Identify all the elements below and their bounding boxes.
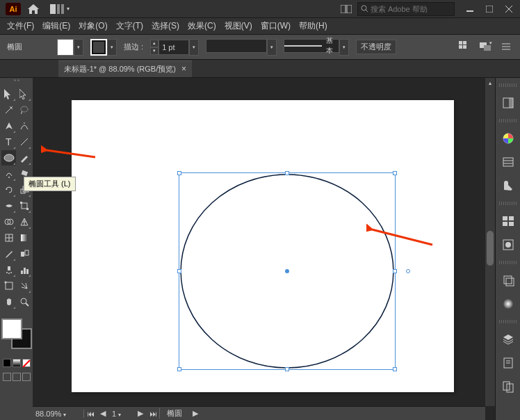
color-panel-icon[interactable] xyxy=(499,129,517,147)
fill-color-swatch[interactable] xyxy=(57,39,74,56)
fill-color-large[interactable] xyxy=(1,318,22,339)
selection-bounding-box[interactable] xyxy=(179,172,396,370)
artboard-number[interactable]: 1 ▾ xyxy=(109,410,134,418)
zoom-level[interactable]: 88.09% ▾ xyxy=(33,410,84,418)
draw-behind[interactable] xyxy=(13,373,21,381)
selection-tool[interactable] xyxy=(1,86,16,102)
curvature-tool[interactable] xyxy=(17,118,31,134)
arrange-docs-icon[interactable] xyxy=(341,5,352,13)
home-button[interactable] xyxy=(25,1,42,17)
menu-view[interactable]: 视图(V) xyxy=(220,18,257,34)
lasso-tool[interactable] xyxy=(17,102,31,118)
brush-dropdown[interactable]: ▾ xyxy=(339,39,349,56)
stroke-width-input[interactable] xyxy=(159,40,189,55)
resize-handle-middle-right[interactable] xyxy=(393,269,397,273)
fill-dropdown[interactable]: ▾ xyxy=(74,39,83,56)
menu-window[interactable]: 窗口(W) xyxy=(257,18,295,34)
swatches-panel-icon[interactable] xyxy=(499,177,517,195)
maximize-button[interactable] xyxy=(480,1,499,17)
brushes-panel-icon[interactable] xyxy=(499,212,517,230)
line-segment-tool[interactable] xyxy=(17,134,31,150)
pen-tool[interactable] xyxy=(1,118,16,134)
shape-builder-icon[interactable]: ▾ xyxy=(480,41,492,54)
transform-panel-icon[interactable] xyxy=(501,41,513,54)
pie-widget-handle[interactable] xyxy=(406,269,410,273)
document-tab[interactable]: 未标题-1* @ 88.09% (RGB/预览) × xyxy=(58,60,192,77)
panel-gripper[interactable] xyxy=(499,83,517,87)
selection-center-point[interactable] xyxy=(285,269,289,273)
paintbrush-tool[interactable] xyxy=(17,150,31,165)
ellipse-tool[interactable] xyxy=(1,150,16,165)
artboard-tool[interactable] xyxy=(1,278,16,293)
zoom-tool[interactable] xyxy=(17,294,31,309)
column-graph-tool[interactable] xyxy=(17,262,31,277)
minimize-button[interactable] xyxy=(460,1,480,17)
workspace-switcher[interactable]: ▾ xyxy=(47,1,72,17)
prev-artboard-button[interactable]: ◀ xyxy=(97,409,109,418)
resize-handle-top-left[interactable] xyxy=(177,171,181,175)
panel-gripper[interactable] xyxy=(499,261,517,264)
last-artboard-button[interactable]: ⏭ xyxy=(147,410,159,418)
stroke-width-dropdown[interactable]: ▾ xyxy=(189,39,199,56)
magic-wand-tool[interactable] xyxy=(1,102,16,118)
canvas-area[interactable]: ▴ xyxy=(33,78,495,420)
search-input[interactable] xyxy=(371,5,451,13)
menu-effect[interactable]: 效果(C) xyxy=(184,18,220,34)
symbol-sprayer-tool[interactable] xyxy=(1,262,16,277)
rotate-tool[interactable] xyxy=(1,182,16,197)
menu-edit[interactable]: 编辑(E) xyxy=(38,18,74,34)
blend-tool[interactable] xyxy=(17,246,31,261)
menu-help[interactable]: 帮助(H) xyxy=(295,18,332,34)
color-guide-panel-icon[interactable] xyxy=(499,153,517,171)
perspective-grid-tool[interactable] xyxy=(17,214,31,229)
document-tab-close[interactable]: × xyxy=(181,64,186,74)
color-mode-solid[interactable] xyxy=(3,359,11,367)
stroke-width-up[interactable]: ▴ xyxy=(150,40,159,47)
slice-tool[interactable] xyxy=(17,278,31,293)
scroll-up-button[interactable]: ▴ xyxy=(485,78,495,88)
width-tool[interactable] xyxy=(1,198,16,213)
resize-handle-bottom-left[interactable] xyxy=(177,367,181,371)
hand-tool[interactable] xyxy=(1,294,16,309)
gradient-panel-icon[interactable] xyxy=(499,295,517,313)
menu-object[interactable]: 对象(O) xyxy=(74,18,111,34)
draw-normal[interactable] xyxy=(3,373,11,381)
menu-type[interactable]: 文字(T) xyxy=(112,18,147,34)
shape-builder-tool[interactable] xyxy=(1,214,16,229)
stroke-dropdown[interactable]: ▾ xyxy=(107,39,117,56)
type-tool[interactable]: T xyxy=(1,134,16,150)
direct-selection-tool[interactable] xyxy=(17,86,31,102)
free-transform-tool[interactable] xyxy=(17,198,31,213)
color-mode-gradient[interactable] xyxy=(13,359,21,367)
scrollbar-thumb[interactable] xyxy=(487,231,494,266)
next-artboard-button[interactable]: ▶ xyxy=(134,409,147,418)
draw-inside[interactable] xyxy=(22,373,31,381)
toolbox-grip[interactable] xyxy=(1,79,31,83)
menu-select[interactable]: 选择(S) xyxy=(147,18,184,34)
panel-gripper[interactable] xyxy=(499,320,517,323)
align-icon[interactable] xyxy=(459,41,471,54)
panel-gripper[interactable] xyxy=(499,119,517,122)
mesh-tool[interactable] xyxy=(1,230,16,245)
menu-file[interactable]: 文件(F) xyxy=(3,18,38,34)
color-mode-none[interactable] xyxy=(22,359,31,367)
layers-panel-icon[interactable] xyxy=(499,330,517,348)
brush-definition[interactable]: 基本 xyxy=(284,39,339,53)
shaper-tool[interactable] xyxy=(1,166,16,181)
stroke-panel-icon[interactable] xyxy=(499,271,517,289)
resize-handle-top-middle[interactable] xyxy=(285,171,289,175)
properties-panel-icon[interactable] xyxy=(499,94,517,112)
resize-handle-middle-left[interactable] xyxy=(177,269,181,273)
stroke-width-down[interactable]: ▾ xyxy=(150,47,159,55)
variable-width-dropdown[interactable]: ▾ xyxy=(267,39,277,56)
gradient-tool[interactable] xyxy=(17,230,31,245)
search-box[interactable] xyxy=(357,2,455,16)
symbols-panel-icon[interactable] xyxy=(499,236,517,254)
resize-handle-bottom-middle[interactable] xyxy=(285,367,289,371)
panel-gripper[interactable] xyxy=(499,202,517,205)
resize-handle-bottom-right[interactable] xyxy=(393,367,397,371)
asset-export-panel-icon[interactable] xyxy=(499,354,517,372)
stroke-color-swatch[interactable] xyxy=(90,39,107,56)
opacity-button[interactable]: 不透明度 xyxy=(356,40,396,54)
artboards-panel-icon[interactable] xyxy=(499,378,517,396)
